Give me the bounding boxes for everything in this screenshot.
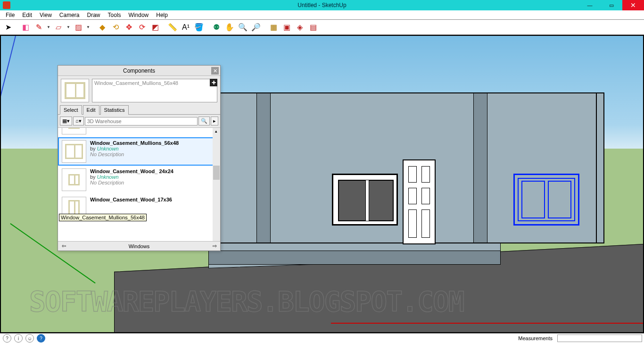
rectangle-dropdown-icon[interactable]: ▼	[66, 21, 71, 33]
select-tool-icon[interactable]: ➤	[2, 21, 14, 33]
wall-edge	[596, 93, 597, 243]
window-icon	[62, 168, 86, 191]
expand-icon[interactable]: ✚	[210, 79, 217, 86]
pushpull-tool-icon[interactable]: ◆	[96, 21, 108, 33]
status-user-icon[interactable]: ☺	[25, 334, 34, 343]
menu-file[interactable]: File	[2, 11, 18, 19]
menu-tools[interactable]: Tools	[104, 11, 125, 19]
eraser-tool-icon[interactable]: ◧	[19, 21, 32, 33]
export-tool-icon[interactable]: ▤	[307, 21, 319, 33]
move-tool-icon[interactable]: ✥	[123, 21, 135, 33]
close-button[interactable]: ✕	[622, 0, 644, 10]
statusbar: ? i ☺ ? Measurements	[0, 333, 644, 343]
list-item[interactable]: by Unknown No Description	[58, 128, 220, 137]
panel-footer: ⇦ Windows ⇨	[58, 241, 220, 251]
search-icon[interactable]: 🔍	[198, 117, 210, 125]
status-help-icon[interactable]: ?	[3, 334, 11, 343]
list-item[interactable]: Window_Casement_Wood_ 24x24 by Unknown N…	[58, 166, 220, 194]
scale-tool-icon[interactable]: ◩	[149, 21, 161, 33]
titlebar: Untitled - SketchUp — ▭ ✕	[0, 0, 644, 10]
warehouse-tool-icon[interactable]: ▦	[267, 21, 280, 33]
minimize-button[interactable]: —	[579, 0, 601, 10]
maximize-button[interactable]: ▭	[601, 0, 622, 10]
status-geo-icon[interactable]: ?	[37, 334, 45, 343]
shape-tool-icon[interactable]: ▨	[72, 21, 84, 33]
home-icon[interactable]: ⌂▾	[73, 117, 84, 125]
selected-thumb	[61, 79, 89, 102]
menu-camera[interactable]: Camera	[56, 11, 83, 19]
component-list[interactable]: by Unknown No Description Window_Casemen…	[58, 128, 220, 241]
porch-front	[208, 251, 501, 265]
tab-select[interactable]: Select	[60, 105, 82, 115]
panel-tabs: Select Edit Statistics	[58, 105, 220, 115]
window-icon	[62, 140, 86, 163]
house-wall	[208, 92, 604, 243]
window-right-selected	[513, 174, 579, 226]
watermark: SoftwarePlayers.blogspot.com	[29, 286, 464, 318]
pencil-dropdown-icon[interactable]: ▼	[46, 21, 51, 33]
scroll-up-icon[interactable]: ▴	[213, 128, 219, 134]
tooltip: Window_Casement_Mullions_56x48	[59, 214, 147, 221]
orbit-tool-icon[interactable]: ⚉	[210, 21, 223, 33]
component-tool-icon[interactable]: ▣	[281, 21, 293, 33]
menu-help[interactable]: Help	[152, 11, 172, 19]
scrollbar[interactable]: ▴	[213, 128, 220, 241]
menubar: File Edit View Camera Draw Tools Window …	[0, 10, 644, 20]
paint-tool-icon[interactable]: 🪣	[193, 21, 205, 33]
menu-view[interactable]: View	[36, 11, 56, 19]
zoom-extents-tool-icon[interactable]: 🔎	[250, 21, 262, 33]
menu-window[interactable]: Window	[125, 11, 153, 19]
pan-tool-icon[interactable]: ✋	[223, 21, 236, 33]
door	[403, 159, 436, 244]
shape-dropdown-icon[interactable]: ▼	[85, 21, 91, 33]
selected-name-field[interactable]: Window_Casement_Mullions_56x48 ✚	[92, 79, 217, 102]
list-item[interactable]: Window_Casement_Mullions_56x48 by Unknow…	[58, 137, 220, 166]
panel-title-label: Components	[123, 67, 155, 74]
axis-red	[331, 323, 644, 324]
menu-draw[interactable]: Draw	[83, 11, 104, 19]
rectangle-tool-icon[interactable]: ▱	[52, 21, 65, 33]
menu-edit[interactable]: Edit	[18, 11, 36, 19]
window-icon	[62, 128, 86, 134]
tape-tool-icon[interactable]: 📏	[166, 21, 179, 33]
details-icon[interactable]: ▸	[211, 117, 218, 125]
status-info-icon[interactable]: i	[14, 334, 23, 343]
nav-forward-icon[interactable]: ⇨	[211, 243, 218, 249]
window-left	[332, 174, 398, 226]
nav-back-icon[interactable]: ⇦	[60, 243, 67, 249]
app-icon	[3, 1, 10, 9]
components-panel: Components ✕ Window_Casement_Mullions_56…	[58, 65, 221, 251]
measurements-label: Measurements	[518, 335, 553, 341]
offset-tool-icon[interactable]: ⟲	[109, 21, 122, 33]
scroll-thumb[interactable]	[213, 166, 220, 180]
zoom-tool-icon[interactable]: 🔍	[237, 21, 249, 33]
text-tool-icon[interactable]: A¹	[180, 21, 192, 33]
column-2	[473, 93, 487, 243]
view-mode-icon[interactable]: ▦▾	[60, 117, 72, 125]
toolbar: ➤ ◧ ✎ ▼ ▱ ▼ ▨ ▼ ◆ ⟲ ✥ ⟳ ◩ 📏 A¹ 🪣 ⚉ ✋ 🔍 🔎…	[0, 20, 644, 35]
measurements-input[interactable]	[557, 335, 642, 342]
column-1	[256, 93, 271, 243]
layers-tool-icon[interactable]: ◈	[294, 21, 306, 33]
window-title: Untitled - SketchUp	[297, 2, 346, 8]
pencil-tool-icon[interactable]: ✎	[33, 21, 45, 33]
panel-titlebar[interactable]: Components ✕	[58, 66, 220, 76]
rotate-tool-icon[interactable]: ⟳	[136, 21, 148, 33]
tab-edit[interactable]: Edit	[83, 105, 99, 115]
tab-statistics[interactable]: Statistics	[100, 105, 129, 115]
footer-label[interactable]: Windows	[67, 243, 211, 249]
search-input[interactable]	[85, 117, 198, 125]
panel-close-icon[interactable]: ✕	[211, 67, 219, 75]
